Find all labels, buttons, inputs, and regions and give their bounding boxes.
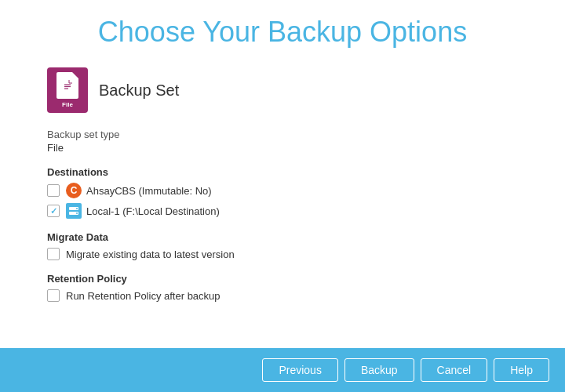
- destinations-label: Destinations: [47, 166, 549, 178]
- dest-label-local1: Local-1 (F:\Local Destination): [86, 205, 220, 217]
- backup-button[interactable]: Backup: [344, 358, 414, 382]
- migrate-checkbox[interactable]: [47, 248, 60, 260]
- svg-point-6: [76, 212, 78, 214]
- retention-policy-row: Retention Policy Run Retention Policy af…: [47, 273, 549, 302]
- dest-label-ahsaycbs: AhsayCBS (Immutable: No): [86, 185, 212, 197]
- local1-icon: [66, 203, 82, 219]
- retention-text: Run Retention Policy after backup: [66, 290, 221, 302]
- previous-button[interactable]: Previous: [262, 358, 337, 382]
- retention-row: Run Retention Policy after backup: [47, 289, 549, 302]
- dest-checkbox-local1[interactable]: [47, 205, 60, 217]
- backup-set-icon: File: [47, 67, 88, 113]
- cancel-button[interactable]: Cancel: [421, 358, 488, 382]
- info-section: Backup set type File Destinations C Ahsa…: [47, 129, 549, 314]
- retention-policy-label: Retention Policy: [47, 273, 549, 285]
- destinations-list: C AhsayCBS (Immutable: No) Local-1 (F:\L…: [47, 183, 549, 219]
- help-button[interactable]: Help: [494, 358, 549, 382]
- file-icon-shape: [56, 72, 78, 99]
- main-content: Choose Your Backup Options File Backup S…: [0, 0, 565, 348]
- migrate-row: Migrate existing data to latest version: [47, 248, 549, 260]
- type-value: File: [47, 142, 549, 154]
- backup-set-header: File Backup Set: [47, 67, 179, 113]
- retention-checkbox[interactable]: [47, 289, 60, 302]
- page-title: Choose Your Backup Options: [98, 16, 467, 49]
- svg-point-5: [76, 208, 78, 209]
- footer: Previous Backup Cancel Help: [0, 348, 565, 392]
- migrate-data-label: Migrate Data: [47, 231, 549, 243]
- dest-checkbox-ahsaycbs[interactable]: [47, 184, 60, 197]
- ahsaycbs-icon: C: [66, 183, 82, 198]
- destinations-row: Destinations C AhsayCBS (Immutable: No): [47, 166, 549, 219]
- migrate-text: Migrate existing data to latest version: [66, 249, 235, 260]
- type-label: Backup set type: [47, 129, 549, 140]
- backup-set-icon-label: File: [62, 101, 73, 108]
- migrate-data-row: Migrate Data Migrate existing data to la…: [47, 231, 549, 260]
- backup-set-name: Backup Set: [99, 82, 179, 100]
- type-row: Backup set type File: [47, 129, 549, 154]
- list-item: C AhsayCBS (Immutable: No): [47, 183, 549, 198]
- list-item: Local-1 (F:\Local Destination): [47, 203, 549, 219]
